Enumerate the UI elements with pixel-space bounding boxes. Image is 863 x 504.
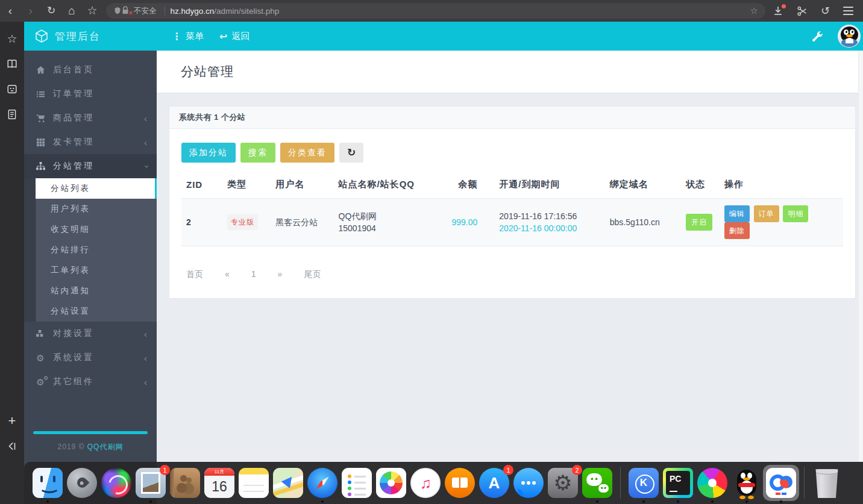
footer-site-link[interactable]: QQ代刷网 — [87, 443, 124, 451]
favorites-star-icon[interactable]: ☆ — [5, 31, 19, 46]
downloads-icon[interactable] — [773, 6, 783, 16]
grid-icon — [36, 138, 45, 147]
submenu-item-site-list[interactable]: 分站列表 — [24, 178, 157, 199]
dock-separator — [620, 467, 621, 499]
dock-finder-icon[interactable] — [33, 468, 63, 498]
scrollbar[interactable] — [858, 51, 863, 504]
page-1[interactable]: 1 — [251, 269, 256, 280]
appstore-badge: 1 — [503, 465, 513, 475]
sidebar-item-other-components[interactable]: ⚙⚙ 其它组件 ‹ — [24, 370, 157, 394]
back-to-site[interactable]: ↩ 返回 — [219, 31, 249, 42]
back-icon[interactable]: ‹ — [0, 0, 20, 22]
sidebar-item-system-settings[interactable]: ⚙ 系统设置 ‹ — [24, 346, 157, 370]
dock-pinwheel-browser-icon[interactable] — [697, 468, 727, 498]
reply-arrow-icon: ↩ — [219, 31, 227, 42]
dock-qq-icon[interactable] — [732, 468, 762, 498]
home-icon — [36, 66, 45, 75]
page-next[interactable]: » — [278, 269, 283, 280]
reload-icon[interactable]: ↻ — [41, 0, 61, 22]
site-qq: 15001904 — [339, 222, 439, 234]
dock-photos-icon[interactable] — [376, 468, 406, 498]
sidebar-item-cards[interactable]: 发卡管理 ‹ — [24, 130, 157, 154]
detail-button[interactable]: 明细 — [783, 205, 808, 222]
dock-contacts-icon[interactable] — [170, 468, 200, 498]
submenu-item-site-notice[interactable]: 站内通知 — [24, 281, 157, 301]
sidebar-item-api[interactable]: 对接设置 ‹ — [24, 322, 157, 346]
submenu-item-finance-detail[interactable]: 收支明细 — [24, 219, 157, 240]
gear-icon: ⚙ — [36, 353, 45, 362]
panel-header: 系统共有 1 个分站 — [169, 107, 855, 129]
orders-button[interactable]: 订单 — [754, 205, 779, 222]
refresh-icon: ↻ — [347, 146, 356, 159]
delete-button[interactable]: 删除 — [724, 222, 750, 239]
dock-trash-icon[interactable] — [814, 468, 840, 498]
category-view-button[interactable]: 分类查看 — [280, 143, 334, 163]
home-icon[interactable]: ⌂ — [61, 0, 82, 22]
dock-mail-icon[interactable]: 1 — [136, 468, 166, 498]
reading-list-book-icon[interactable] — [5, 57, 19, 71]
dock-safari-icon[interactable] — [307, 468, 337, 498]
dock-messages-icon[interactable] — [513, 468, 544, 498]
submenu-item-ticket-list[interactable]: 工单列表 — [24, 260, 157, 281]
sidebar-item-dashboard[interactable]: 后台首页 — [24, 58, 157, 82]
edit-button[interactable]: 编辑 — [724, 205, 750, 222]
cell-username: 黑客云分站 — [271, 199, 333, 246]
chevron-down-icon: ‹ — [140, 165, 151, 168]
sysprefs-badge: 2 — [572, 465, 582, 475]
dock-appstore-icon[interactable]: A1 — [479, 468, 509, 498]
cell-balance: 999.00 — [444, 199, 494, 246]
user-avatar[interactable] — [838, 25, 861, 48]
dock-siri-icon[interactable] — [101, 468, 131, 498]
bookmark-star-icon[interactable]: ☆ — [82, 0, 102, 22]
dock-wechat-icon[interactable] — [582, 468, 612, 498]
collapse-panel-icon[interactable] — [5, 439, 19, 453]
dock-books-icon[interactable] — [445, 468, 475, 498]
table-row: 2 专业版 黑客云分站 QQ代刷网 15001904 999.00 2019-1… — [181, 199, 843, 246]
submenu-item-user-list[interactable]: 用户列表 — [24, 199, 157, 219]
menu-toggle[interactable]: ⋮ 菜单 — [172, 31, 204, 42]
copyright: 2019 © QQ代刷网 — [24, 442, 157, 452]
sidebar-item-goods[interactable]: 商品管理 ‹ — [24, 106, 157, 130]
undo-icon[interactable]: ↺ — [821, 4, 830, 17]
refresh-button[interactable]: ↻ — [339, 143, 363, 163]
dock-reminders-icon[interactable] — [342, 468, 372, 498]
dock-launchpad-icon[interactable] — [67, 468, 97, 498]
col-type: 类型 — [222, 170, 271, 199]
submenu-item-site-settings[interactable]: 分站设置 — [24, 301, 157, 322]
scissors-icon[interactable] — [797, 6, 808, 16]
page-first[interactable]: 首页 — [186, 269, 203, 280]
sidebar-item-sites[interactable]: 分站管理 ‹ — [24, 154, 157, 178]
favorite-star-icon[interactable]: ☆ — [750, 5, 758, 16]
dock-calendar-icon[interactable]: 11月16 — [204, 468, 234, 498]
site-name: QQ代刷网 — [339, 210, 439, 222]
cell-sitename: QQ代刷网 15001904 — [334, 199, 444, 246]
table-header-row: ZID 类型 用户名 站点名称/站长QQ 余额 开通/到期时间 绑定域名 状态 … — [181, 170, 843, 199]
notes-document-icon[interactable] — [5, 107, 19, 122]
vertical-dots-icon: ⋮ — [172, 31, 181, 42]
dock-baidu-netdisk-icon[interactable] — [766, 468, 796, 498]
shield-icon — [113, 6, 122, 16]
url-bar[interactable]: × 不安全 hz.hdygo.cn /admin/sitelist.php ☆ — [106, 3, 765, 19]
wrench-icon[interactable] — [812, 31, 823, 42]
sidebar-item-orders[interactable]: 订单管理 — [24, 82, 157, 106]
dock-notes-icon[interactable] — [239, 468, 269, 498]
forward-icon[interactable]: › — [20, 0, 41, 22]
dock-itunes-icon[interactable]: ♫ — [410, 468, 441, 498]
page-last[interactable]: 尾页 — [304, 269, 321, 280]
dock-system-preferences-icon[interactable]: ⚙2 — [548, 468, 578, 498]
dock-maps-icon[interactable] — [273, 468, 303, 498]
screenshot-tool-icon[interactable] — [5, 82, 19, 96]
page-prev[interactable]: « — [225, 269, 230, 280]
menu-hamburger-icon[interactable] — [843, 7, 853, 15]
add-tab-plus-icon[interactable]: + — [5, 414, 19, 428]
dock-pycharm-icon[interactable]: PC — [663, 468, 693, 498]
browser-toolbar: ‹ › ↻ ⌂ ☆ × 不安全 hz.hdygo.cn /admin/sitel… — [0, 0, 863, 22]
submenu-item-site-rank[interactable]: 分站排行 — [24, 240, 157, 260]
add-site-button[interactable]: 添加分站 — [181, 143, 236, 163]
cell-status: 开启 — [681, 199, 720, 246]
col-username: 用户名 — [271, 170, 333, 199]
search-button[interactable]: 搜索 — [240, 143, 275, 163]
app-title: 管理后台 — [55, 30, 101, 43]
dock-k-app-icon[interactable]: K — [629, 468, 659, 498]
browser-side-strip: ☆ + — [0, 22, 24, 504]
